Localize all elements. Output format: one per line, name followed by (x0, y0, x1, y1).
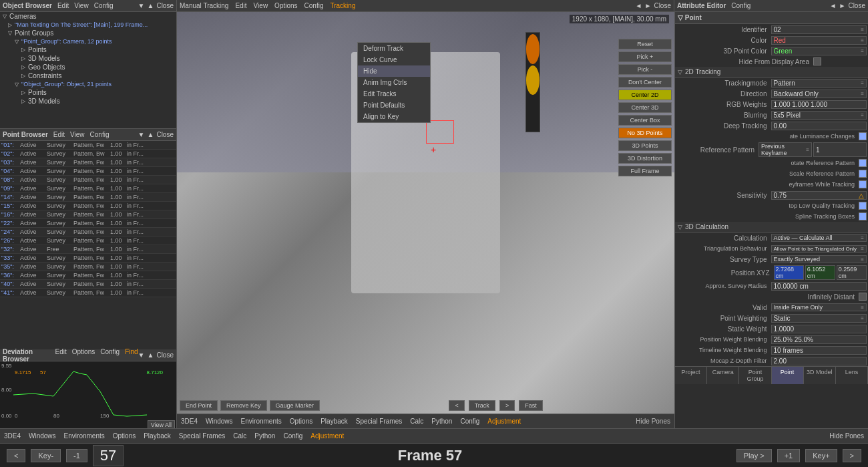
dont-center-button[interactable]: Don't Center (618, 77, 672, 88)
rp-scale-check[interactable] (859, 170, 867, 178)
rp-survey-value[interactable]: Exactly Surveyed ≡ (771, 255, 867, 263)
tab-point-group[interactable]: Point Group (739, 367, 771, 384)
bbar-options[interactable]: Options (290, 418, 312, 425)
tree-3d-models[interactable]: ▷ 3D Models (0, 54, 176, 63)
bbar-calc[interactable]: Calc (410, 418, 423, 425)
table-row[interactable]: "15": Active Survey Pattern, Fw 1.00 in … (0, 202, 176, 210)
gauge-marker-button[interactable]: Gauge Marker (270, 400, 320, 411)
mt-tracking[interactable]: Tracking (330, 2, 355, 9)
rp-valid-value[interactable]: Inside Frame Only ≡ (771, 303, 867, 311)
ae-prev[interactable]: ◄ (830, 2, 837, 9)
tab-project[interactable]: Project (675, 367, 707, 384)
table-row[interactable]: "03": Active Survey Pattern, Fw 1.00 in … (0, 158, 176, 167)
tree-object-group[interactable]: ▽ "Object_Group": Object, 21 points (0, 80, 176, 88)
key-plus-button[interactable]: Key+ (805, 449, 837, 462)
bbar-hide-pones[interactable]: Hide Pones (636, 418, 670, 425)
ctx-edit-tracks[interactable]: Edit Tracks (358, 88, 430, 100)
table-row[interactable]: "35": Active Survey Pattern, Fw 1.00 in … (0, 263, 176, 271)
play-button[interactable]: Play > (736, 449, 772, 462)
ae-title[interactable]: Attribute Editor (677, 2, 726, 9)
tree-object-3dmodels[interactable]: ▷ 3D Models (0, 97, 176, 106)
rp-3dcolor-value[interactable]: Green ≡ (771, 47, 867, 55)
end-point-button[interactable]: End Point (180, 400, 218, 411)
nav-next-button[interactable]: > (843, 449, 861, 462)
rp-refpattern-value[interactable]: Previous Keyframe ≡ (758, 142, 812, 157)
rp-refpattern-num[interactable]: 1 (813, 142, 867, 157)
next-frame-button[interactable]: > (499, 400, 515, 411)
table-row[interactable]: "14": Active Survey Pattern, Fw 1.00 in … (0, 193, 176, 202)
rp-direction-value[interactable]: Backward Only ≡ (771, 90, 867, 98)
nav-prev-button[interactable]: < (7, 449, 25, 462)
ctx-anim-img[interactable]: Anim Img Ctrls (358, 77, 430, 88)
rp-keyframes-check[interactable] (859, 180, 867, 188)
menu-options[interactable]: Options (113, 432, 136, 440)
rp-weighting-value[interactable]: Static ≡ (771, 314, 867, 323)
bbar-adjustment[interactable]: Adjustment (487, 418, 521, 425)
rp-x-value[interactable]: 2.7268 cm (774, 265, 804, 280)
ctx-deform-track[interactable]: Deform Track (358, 43, 430, 54)
center-3d-button[interactable]: Center 3D (618, 102, 672, 113)
key-minus-button[interactable]: Key- (31, 449, 61, 462)
3d-points-button[interactable]: 3D Points (618, 140, 672, 151)
rp-tri-value[interactable]: Allow Point to be Triangulated Only ≡ (771, 245, 867, 253)
menu-environments[interactable]: Environments (64, 432, 105, 440)
ae-config[interactable]: Config (731, 2, 750, 9)
table-row[interactable]: "33": Active Survey Pattern, Fw 1.00 in … (0, 254, 176, 263)
rp-blurring-value[interactable]: 5x5 Pixel ≡ (771, 111, 867, 120)
bbar-python[interactable]: Python (431, 418, 452, 425)
pb-edit[interactable]: Edit (53, 131, 65, 138)
tab-lens[interactable]: Lens (836, 367, 868, 384)
remove-key-button[interactable]: Remove Key (220, 400, 267, 411)
ob-down[interactable]: ▲ (148, 2, 154, 9)
ob-title[interactable]: Object Browser (3, 2, 52, 9)
tree-camera-item[interactable]: ▷ "Man Texting On The Street": [Main], 1… (0, 21, 176, 29)
tree-constraints[interactable]: ▷ Constraints (0, 71, 176, 80)
mt-view[interactable]: View (254, 2, 268, 9)
mt-edit[interactable]: Edit (235, 2, 246, 9)
bbar-special[interactable]: Special Frames (356, 418, 402, 425)
plus1-button[interactable]: +1 (777, 449, 801, 462)
rp-adapt-lum-check[interactable] (859, 132, 867, 140)
mt-prev[interactable]: ◄ (636, 2, 642, 9)
mt-title[interactable]: Manual Tracking (180, 2, 228, 9)
ob-view[interactable]: View (74, 2, 89, 9)
db-options[interactable]: Options (72, 348, 95, 363)
bbar-environments[interactable]: Environments (241, 418, 282, 425)
rp-rotate-check[interactable] (859, 159, 867, 167)
table-row[interactable]: "04": Active Survey Pattern, Fw 1.00 in … (0, 167, 176, 176)
ae-next[interactable]: ► (839, 2, 846, 9)
view-all-button[interactable]: View All (148, 420, 175, 428)
ctx-align-to-key[interactable]: Align to Key (358, 111, 430, 122)
table-row[interactable]: "26": Active Survey Pattern, Fw 1.00 in … (0, 237, 176, 245)
full-frame-button[interactable]: Full Frame (618, 166, 672, 176)
mt-close[interactable]: Close (654, 2, 671, 9)
table-row[interactable]: "01": Active Survey Pattern, Fw 1.00 in … (0, 141, 176, 150)
menu-windows[interactable]: Windows (29, 432, 56, 440)
table-row[interactable]: "22": Active Survey Pattern, Fw 1.00 in … (0, 219, 176, 228)
menu-3de4[interactable]: 3DE4 (4, 432, 21, 440)
rp-mocap-value[interactable]: 2.00 (771, 357, 867, 365)
rp-calc-value[interactable]: Active — Calculate All ≡ (771, 234, 867, 242)
rp-deep-value[interactable]: 0.00 (771, 122, 867, 130)
db-find[interactable]: Find (125, 348, 138, 363)
ob-up[interactable]: ▼ (138, 2, 145, 9)
rp-z-value[interactable]: 0.2569 cm (837, 265, 867, 280)
bbar-3de4[interactable]: 3DE4 (181, 418, 198, 425)
tree-point-groups[interactable]: ▽ Point Groups (0, 29, 176, 37)
reset-button[interactable]: Reset (618, 39, 672, 49)
mt-options[interactable]: Options (274, 2, 297, 9)
ctx-point-defaults[interactable]: Point Defaults (358, 100, 430, 111)
mt-next[interactable]: ► (645, 2, 652, 9)
bbar-playback[interactable]: Playback (320, 418, 348, 425)
rp-timeline-blend-value[interactable]: 10 frames (771, 346, 867, 355)
pb-view[interactable]: View (70, 131, 85, 138)
ob-edit[interactable]: Edit (57, 2, 69, 9)
rp-hide-checkbox[interactable] (813, 57, 821, 65)
menu-config[interactable]: Config (283, 432, 302, 440)
pick-minus-button[interactable]: Pick - (618, 64, 672, 75)
table-row[interactable]: "08": Active Survey Pattern, Fw 1.00 in … (0, 176, 176, 184)
rp-approx-value[interactable]: 10.0000 cm (771, 282, 867, 291)
menu-playback[interactable]: Playback (144, 432, 171, 440)
hide-pones-btn[interactable]: Hide Pones (829, 432, 864, 440)
rp-y-value[interactable]: 6.1052 cm (805, 265, 835, 280)
